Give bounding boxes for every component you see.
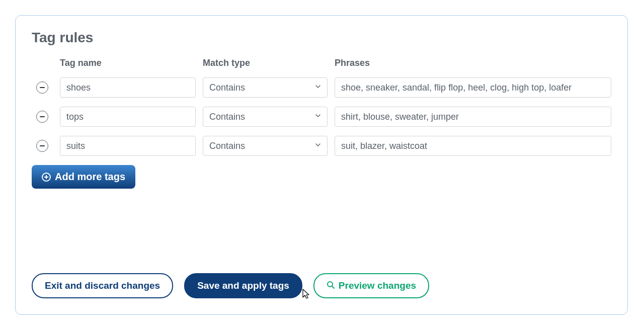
remove-rule-button[interactable]	[36, 81, 48, 94]
exit-discard-button[interactable]: Exit and discard changes	[32, 273, 173, 298]
exit-discard-label: Exit and discard changes	[45, 280, 160, 291]
plus-circle-icon	[42, 173, 51, 182]
search-icon	[327, 280, 335, 291]
save-apply-label: Save and apply tags	[197, 280, 289, 291]
rules-grid: Tag name Match type Phrases Contains Con…	[32, 58, 611, 156]
header-phrases: Phrases	[335, 58, 611, 68]
svg-line-1	[332, 286, 334, 288]
remove-rule-button[interactable]	[36, 140, 48, 152]
add-more-tags-label: Add more tags	[55, 171, 125, 183]
panel-title: Tag rules	[32, 30, 611, 46]
match-type-select-wrap: Contains	[203, 77, 328, 98]
tag-name-input[interactable]	[60, 77, 196, 98]
header-tag-name: Tag name	[60, 58, 196, 68]
preview-changes-button[interactable]: Preview changes	[313, 273, 429, 298]
phrases-input[interactable]	[335, 77, 611, 98]
minus-icon	[40, 87, 45, 88]
match-type-select[interactable]: Contains	[203, 77, 328, 98]
tag-name-input[interactable]	[60, 107, 196, 127]
match-type-select-wrap: Contains	[203, 107, 328, 127]
match-type-select[interactable]: Contains	[203, 107, 328, 127]
remove-rule-button[interactable]	[36, 111, 48, 123]
phrases-input[interactable]	[335, 107, 611, 127]
tag-rules-panel: Tag rules Tag name Match type Phrases Co…	[15, 15, 628, 315]
add-more-tags-button[interactable]: Add more tags	[32, 165, 135, 189]
minus-icon	[40, 116, 45, 117]
match-type-select-wrap: Contains	[203, 136, 328, 156]
preview-changes-label: Preview changes	[339, 280, 416, 291]
tag-name-input[interactable]	[60, 136, 196, 156]
match-type-select[interactable]: Contains	[203, 136, 328, 156]
phrases-input[interactable]	[335, 136, 611, 156]
footer-buttons: Exit and discard changes Save and apply …	[32, 273, 429, 298]
minus-icon	[40, 145, 45, 146]
save-apply-button[interactable]: Save and apply tags	[184, 273, 302, 298]
header-match-type: Match type	[203, 58, 328, 68]
